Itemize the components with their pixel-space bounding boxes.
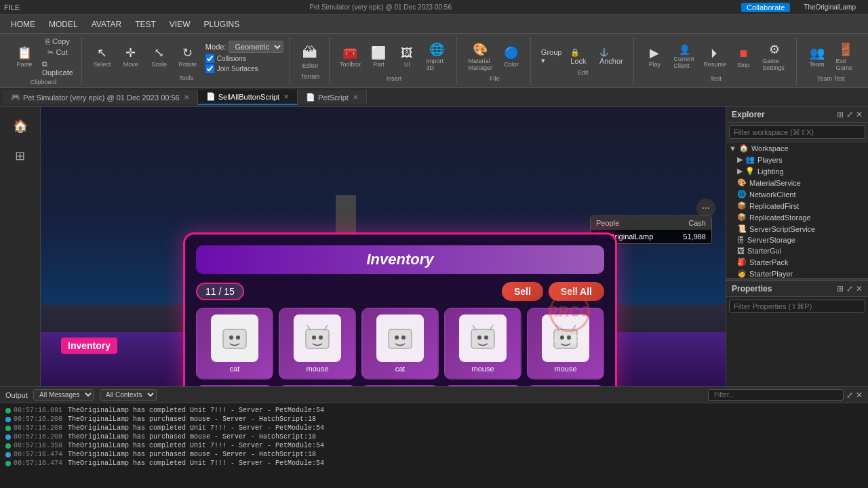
tab-sellallbuttonscript[interactable]: 📄 SellAllButtonScript ✕ [198, 89, 298, 105]
tab-petsimulator-label: Pet Simulator (very epic) @ 01 Dec 2023 … [23, 94, 180, 102]
cut-button[interactable]: ✂ Cut [39, 47, 76, 58]
left-icon-grid[interactable]: ⊞ [7, 142, 34, 169]
stop-button[interactable]: ■ Stop [730, 43, 757, 71]
left-icon-home[interactable]: 🏠 [7, 113, 34, 140]
tree-item-starterplayer[interactable]: 🧑 StarterPlayer [726, 268, 868, 278]
tree-item-startergui[interactable]: 🖼 StarterGui [726, 245, 868, 256]
tree-item-serverstorage[interactable]: 🗄 ServerStorage [726, 235, 868, 245]
tree-item-replicatedfirst[interactable]: 📦 ReplicatedFirst [726, 200, 868, 211]
explorer-filter-button[interactable]: ⊞ [837, 110, 844, 119]
menu-plugins[interactable]: PLUGINS [197, 18, 246, 30]
messages-select[interactable]: All Messages [33, 389, 94, 401]
file-menu[interactable]: FILE [4, 3, 20, 12]
materialservice-icon: 🎨 [737, 178, 747, 187]
mode-select[interactable]: Geometric [229, 41, 283, 53]
log-text-0: TheOriginalLamp has completed Unit 7!!! … [68, 407, 324, 414]
collaborate-button[interactable]: Collaborate [741, 3, 790, 12]
networkclient-icon: 🌐 [737, 190, 747, 199]
sell-all-button[interactable]: Sell All [549, 282, 604, 301]
menu-model[interactable]: MODEL [42, 18, 85, 30]
import3d-button[interactable]: 🌐 Import 3D [422, 39, 451, 74]
tree-item-lighting[interactable]: ▶ 💡 Lighting [726, 165, 868, 177]
tab-petscript-close[interactable]: ✕ [353, 94, 358, 101]
tree-item-players[interactable]: ▶ 👥 Players [726, 154, 868, 165]
properties-close-button[interactable]: ✕ [856, 284, 863, 293]
contexts-select[interactable]: All Contexts [100, 389, 157, 401]
select-button[interactable]: ↖ Select [89, 43, 116, 70]
viewport-settings-button[interactable]: ⋯ [696, 199, 715, 218]
cut-icon: ✂ Cut [47, 48, 67, 57]
team-button[interactable]: 👥 Team [804, 43, 831, 70]
menu-view[interactable]: VIEW [163, 18, 197, 30]
tree-item-materialservice[interactable]: 🎨 MaterialService [726, 177, 868, 188]
collisions-checkbox[interactable]: Collisions [205, 54, 284, 63]
paste-button[interactable]: 📋 Paste [11, 43, 38, 70]
tab-petsimulator[interactable]: 🎮 Pet Simulator (very epic) @ 01 Dec 202… [3, 90, 198, 104]
lock-button[interactable]: 🔒 Lock [566, 45, 594, 68]
scale-button[interactable]: ⤡ Scale [146, 43, 173, 70]
explorer-expand-button[interactable]: ⤢ [846, 110, 853, 119]
inv-item-7[interactable] [361, 385, 439, 386]
current-client-button[interactable]: 👤 Current Client [669, 41, 700, 72]
explorer-filter-input[interactable] [729, 125, 865, 139]
ui-button[interactable]: 🖼 UI [393, 43, 420, 70]
inv-item-2[interactable]: cat [361, 308, 439, 380]
properties-filter-input[interactable] [729, 300, 865, 313]
rotate-button[interactable]: ↻ Rotate [174, 43, 201, 70]
editor-button[interactable]: 🏔 Editor [296, 41, 323, 72]
group-button[interactable]: Group ▾ [538, 45, 565, 68]
inv-item-0[interactable]: cat [196, 308, 273, 380]
properties-section: Properties ⊞ ⤢ ✕ [726, 281, 868, 316]
tree-item-serverscriptservice[interactable]: 📜 ServerScriptService [726, 223, 868, 235]
tab-petsimulator-close[interactable]: ✕ [184, 94, 189, 101]
inv-item-6[interactable] [279, 385, 356, 386]
move-button[interactable]: ✛ Move [117, 43, 144, 70]
viewport[interactable]: Inventory Cash ⋯ People Cash TheOriginal… [41, 107, 726, 386]
inv-item-5[interactable] [196, 385, 273, 386]
inv-item-3[interactable]: mouse [444, 308, 521, 380]
team-icon: 👥 [810, 45, 825, 60]
svg-point-5 [319, 336, 323, 340]
startergui-label: StarterGui [747, 247, 781, 255]
game-settings-button[interactable]: ⚙ Game Settings [758, 39, 790, 74]
inv-item-1[interactable]: mouse [279, 308, 356, 380]
tab-sellallbuttonscript-close[interactable]: ✕ [283, 93, 289, 100]
inv-item-4[interactable]: mouse [527, 308, 604, 380]
menu-test[interactable]: TEST [128, 18, 163, 30]
copy-button[interactable]: ⎘ Copy [39, 37, 76, 46]
toolbox-button[interactable]: 🧰 Toolbox [336, 43, 363, 70]
menu-home[interactable]: HOME [4, 18, 42, 30]
output-close-button[interactable]: ✕ [856, 390, 863, 400]
tree-item-starterpack[interactable]: 🎒 StarterPack [726, 256, 868, 268]
tree-item-networkclient[interactable]: 🌐 NetworkClient [726, 188, 868, 200]
inv-item-4-label: mouse [554, 365, 576, 373]
play-button[interactable]: ▶ Play [641, 43, 668, 70]
material-manager-button[interactable]: 🎨 Material Manager [464, 39, 496, 74]
sell-button[interactable]: Sell [502, 282, 543, 301]
inv-item-3-icon [459, 314, 507, 362]
tab-petscript[interactable]: 📄 PetScript ✕ [298, 90, 367, 104]
output-filter-input[interactable] [708, 389, 844, 401]
properties-filter-button[interactable]: ⊞ [837, 284, 844, 293]
join-surfaces-checkbox[interactable]: Join Surfaces [205, 64, 284, 73]
inv-item-8[interactable] [444, 385, 521, 386]
color-button[interactable]: 🔵 Color [498, 43, 525, 70]
output-expand-button[interactable]: ⤢ [846, 390, 853, 400]
log-time-1: 00:57:16.208 [14, 415, 62, 423]
part-button[interactable]: ⬜ Part [365, 43, 392, 70]
anchor-button[interactable]: ⚓ Anchor [595, 45, 629, 68]
clipboard-col: ⎘ Copy ✂ Cut ⧉ Duplicate [39, 37, 76, 77]
properties-title: Properties [732, 284, 772, 293]
output-controls: ⤢ ✕ [708, 389, 863, 401]
ui-icon: 🖼 [401, 46, 413, 60]
explorer-close-button[interactable]: ✕ [856, 110, 863, 119]
inv-item-9[interactable] [527, 385, 604, 386]
menu-avatar[interactable]: AVATAR [85, 18, 128, 30]
duplicate-button[interactable]: ⧉ Duplicate [39, 59, 76, 77]
tree-item-replicatedstorage[interactable]: 📦 ReplicatedStorage [726, 211, 868, 223]
resume-button[interactable]: ⏵ Resume [701, 43, 728, 70]
exit-game-button[interactable]: 🚪 Exit Game [832, 39, 859, 74]
tree-item-workspace[interactable]: ▼ 🏠 Workspace [726, 142, 868, 154]
properties-expand-button[interactable]: ⤢ [846, 284, 853, 293]
scene-inventory-label[interactable]: Inventory [61, 338, 117, 354]
